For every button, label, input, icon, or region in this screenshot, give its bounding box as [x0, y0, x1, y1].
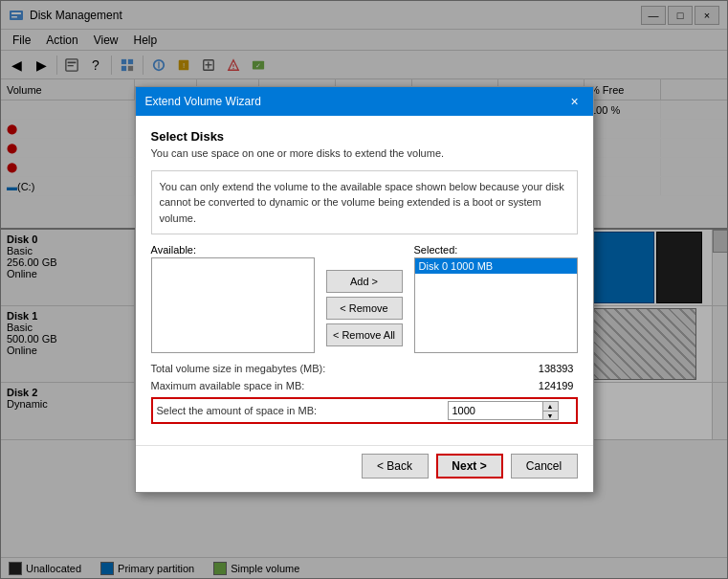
- available-label: Available:: [151, 244, 315, 256]
- space-spinbox: ▲ ▼: [448, 401, 572, 420]
- max-space-label: Maximum available space in MB:: [151, 380, 453, 391]
- total-size-value: 138393: [453, 363, 578, 374]
- modal-warning: You can only extend the volume to the av…: [151, 170, 578, 235]
- available-disks-listbox[interactable]: [151, 257, 315, 353]
- selected-label: Selected:: [414, 244, 578, 256]
- selected-disks-listbox[interactable]: Disk 0 1000 MB: [414, 257, 578, 353]
- modal-section-title: Select Disks: [151, 129, 578, 144]
- back-button[interactable]: < Back: [362, 454, 429, 479]
- extend-volume-wizard: Extend Volume Wizard × Select Disks You …: [135, 86, 594, 494]
- max-space-value: 124199: [453, 380, 578, 391]
- spinbox-up-button[interactable]: ▲: [543, 402, 558, 412]
- modal-title: Extend Volume Wizard: [145, 95, 261, 108]
- selected-disk-item[interactable]: Disk 0 1000 MB: [415, 258, 577, 274]
- window-frame: Disk Management — □ × File Action View H…: [0, 0, 728, 579]
- disk-list-buttons: Add > < Remove < Remove All: [322, 244, 407, 353]
- remove-all-button[interactable]: < Remove All: [326, 323, 403, 346]
- space-input-row: Select the amount of space in MB: ▲ ▼: [151, 397, 578, 424]
- selected-disks-section: Selected: Disk 0 1000 MB: [414, 244, 578, 353]
- next-button[interactable]: Next >: [436, 454, 503, 479]
- space-input[interactable]: [448, 401, 543, 420]
- max-space-row: Maximum available space in MB: 124199: [151, 380, 578, 391]
- modal-section-desc: You can use space on one or more disks t…: [151, 147, 578, 159]
- modal-body: Select Disks You can use space on one or…: [136, 116, 593, 446]
- remove-button[interactable]: < Remove: [326, 297, 403, 320]
- total-size-label: Total volume size in megabytes (MB):: [151, 363, 453, 374]
- total-size-row: Total volume size in megabytes (MB): 138…: [151, 363, 578, 374]
- available-disks-section: Available:: [151, 244, 315, 353]
- modal-overlay: Extend Volume Wizard × Select Disks You …: [0, 0, 728, 579]
- modal-close-button[interactable]: ×: [566, 93, 584, 110]
- modal-footer: < Back Next > Cancel: [136, 445, 593, 492]
- cancel-button[interactable]: Cancel: [511, 454, 578, 479]
- modal-title-bar: Extend Volume Wizard ×: [136, 87, 593, 116]
- disk-lists: Available: Add > < Remove < Remove All S…: [151, 244, 578, 353]
- add-button[interactable]: Add >: [326, 270, 403, 293]
- spinbox-buttons: ▲ ▼: [543, 401, 559, 420]
- spinbox-down-button[interactable]: ▼: [543, 412, 558, 420]
- space-input-label: Select the amount of space in MB:: [157, 405, 448, 416]
